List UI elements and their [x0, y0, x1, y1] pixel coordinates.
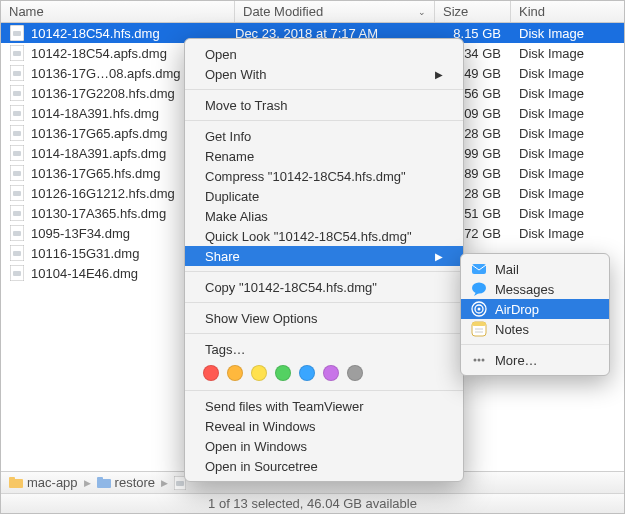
- svg-rect-29: [97, 477, 103, 480]
- disk-image-icon: [9, 165, 25, 181]
- svg-rect-17: [13, 191, 21, 196]
- disk-image-icon: [9, 205, 25, 221]
- messages-icon: [471, 281, 487, 297]
- svg-rect-15: [13, 171, 21, 176]
- menu-item-share[interactable]: Share▶: [185, 246, 463, 266]
- menu-item-make-alias[interactable]: Make Alias: [185, 206, 463, 226]
- disk-image-icon: [9, 105, 25, 121]
- column-header-row: Name Date Modified⌄ Size Kind: [1, 1, 624, 23]
- menu-item-rename[interactable]: Rename: [185, 146, 463, 166]
- tag-color-row: [185, 359, 463, 385]
- file-kind: Disk Image: [511, 66, 624, 81]
- sort-indicator-icon: ⌄: [418, 7, 426, 17]
- menu-item-get-info[interactable]: Get Info: [185, 126, 463, 146]
- disk-image-icon: [9, 65, 25, 81]
- mail-icon: [471, 261, 487, 277]
- column-header-kind[interactable]: Kind: [511, 1, 624, 22]
- menu-item-open-sourcetree[interactable]: Open in Sourcetree: [185, 456, 463, 476]
- svg-rect-31: [176, 481, 184, 486]
- airdrop-icon: [471, 301, 487, 317]
- chevron-right-icon: ▶: [435, 69, 443, 80]
- context-menu: Open Open With▶ Move to Trash Get Info R…: [184, 38, 464, 482]
- file-kind: Disk Image: [511, 206, 624, 221]
- share-item-messages[interactable]: Messages: [461, 279, 609, 299]
- column-header-size[interactable]: Size: [435, 1, 511, 22]
- disk-image-icon: [9, 45, 25, 61]
- menu-item-open-windows[interactable]: Open in Windows: [185, 436, 463, 456]
- svg-point-33: [472, 283, 486, 294]
- menu-item-teamviewer[interactable]: Send files with TeamViewer: [185, 396, 463, 416]
- tag-color-dot[interactable]: [347, 365, 363, 381]
- svg-rect-9: [13, 111, 21, 116]
- file-kind: Disk Image: [511, 226, 624, 241]
- column-header-name[interactable]: Name: [1, 1, 235, 22]
- disk-image-icon: [9, 125, 25, 141]
- file-kind: Disk Image: [511, 86, 624, 101]
- share-item-notes[interactable]: Notes: [461, 319, 609, 339]
- svg-rect-25: [13, 271, 21, 276]
- file-kind: Disk Image: [511, 46, 624, 61]
- path-segment[interactable]: mac-app: [9, 475, 78, 490]
- disk-image-icon: [9, 25, 25, 41]
- file-kind: Disk Image: [511, 166, 624, 181]
- svg-point-37: [478, 308, 481, 311]
- tag-color-dot[interactable]: [299, 365, 315, 381]
- svg-point-43: [478, 359, 481, 362]
- disk-image-icon: [9, 85, 25, 101]
- menu-item-quick-look[interactable]: Quick Look "10142-18C54.hfs.dmg": [185, 226, 463, 246]
- disk-image-icon: [9, 185, 25, 201]
- share-item-more[interactable]: More…: [461, 350, 609, 370]
- svg-rect-32: [472, 264, 486, 274]
- more-icon: [471, 352, 487, 368]
- chevron-right-icon: ▶: [435, 251, 443, 262]
- svg-rect-23: [13, 251, 21, 256]
- file-kind: Disk Image: [511, 186, 624, 201]
- path-segment[interactable]: restore: [97, 475, 155, 490]
- svg-point-42: [474, 359, 477, 362]
- svg-rect-26: [9, 479, 23, 488]
- menu-item-open[interactable]: Open: [185, 44, 463, 64]
- svg-rect-27: [9, 477, 15, 480]
- svg-rect-1: [13, 31, 21, 36]
- share-item-airdrop[interactable]: AirDrop: [461, 299, 609, 319]
- tag-color-dot[interactable]: [227, 365, 243, 381]
- column-header-date[interactable]: Date Modified⌄: [235, 1, 435, 22]
- tag-color-dot[interactable]: [323, 365, 339, 381]
- menu-item-reveal-windows[interactable]: Reveal in Windows: [185, 416, 463, 436]
- svg-point-44: [482, 359, 485, 362]
- share-submenu: Mail Messages AirDrop Notes More…: [460, 253, 610, 376]
- disk-image-icon: [9, 145, 25, 161]
- svg-rect-21: [13, 231, 21, 236]
- tag-color-dot[interactable]: [203, 365, 219, 381]
- svg-rect-28: [97, 479, 111, 488]
- disk-image-icon: [9, 245, 25, 261]
- menu-item-compress[interactable]: Compress "10142-18C54.hfs.dmg": [185, 166, 463, 186]
- status-bar: 1 of 13 selected, 46.04 GB available: [1, 493, 624, 513]
- menu-item-tags[interactable]: Tags…: [185, 339, 463, 359]
- menu-item-duplicate[interactable]: Duplicate: [185, 186, 463, 206]
- tag-color-dot[interactable]: [251, 365, 267, 381]
- svg-rect-11: [13, 131, 21, 136]
- folder-icon: [9, 477, 23, 488]
- menu-item-view-options[interactable]: Show View Options: [185, 308, 463, 328]
- svg-rect-7: [13, 91, 21, 96]
- svg-rect-19: [13, 211, 21, 216]
- disk-image-icon: [9, 265, 25, 281]
- share-item-mail[interactable]: Mail: [461, 259, 609, 279]
- file-kind: Disk Image: [511, 146, 624, 161]
- svg-rect-5: [13, 71, 21, 76]
- file-kind: Disk Image: [511, 26, 624, 41]
- disk-image-icon: [9, 225, 25, 241]
- menu-item-open-with[interactable]: Open With▶: [185, 64, 463, 84]
- chevron-right-icon: ▶: [84, 478, 91, 488]
- file-kind: Disk Image: [511, 106, 624, 121]
- tag-color-dot[interactable]: [275, 365, 291, 381]
- svg-rect-39: [472, 322, 486, 326]
- svg-rect-3: [13, 51, 21, 56]
- svg-rect-13: [13, 151, 21, 156]
- notes-icon: [471, 321, 487, 337]
- folder-icon: [97, 477, 111, 488]
- menu-item-trash[interactable]: Move to Trash: [185, 95, 463, 115]
- file-kind: Disk Image: [511, 126, 624, 141]
- menu-item-copy[interactable]: Copy "10142-18C54.hfs.dmg": [185, 277, 463, 297]
